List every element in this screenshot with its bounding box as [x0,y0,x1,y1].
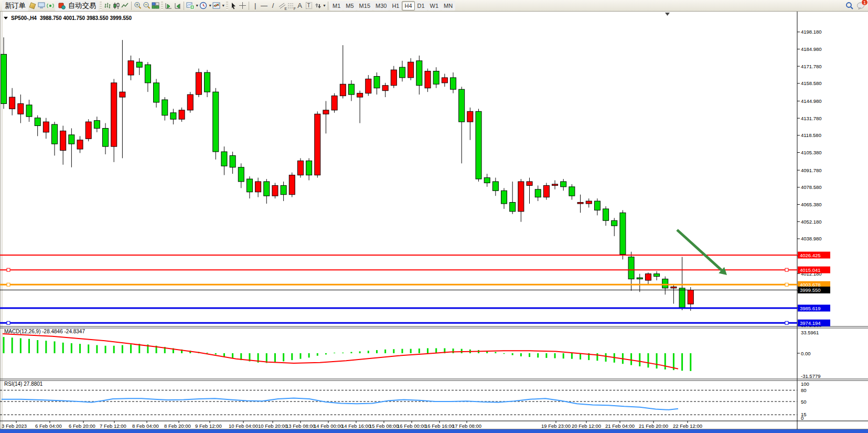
vertical-line-tool-icon[interactable]: | [251,1,260,10]
search-icon[interactable] [845,1,854,10]
zoom-out-icon[interactable] [142,1,151,10]
svg-text:4105.380: 4105.380 [801,150,822,155]
timeframe-button-h4[interactable]: H4 [402,1,414,10]
chart-window[interactable]: 4198.1804184.9804171.7804158.5804144.980… [0,12,868,433]
svg-text:15 Feb 08:00: 15 Feb 08:00 [369,423,399,429]
chart-canvas[interactable]: 4198.1804184.9804171.7804158.5804144.980… [0,12,868,433]
rsi-indicator-label: RSI(14) 27.8801 [4,381,42,387]
templates-icon[interactable] [212,1,221,10]
fibonacci-tool-icon[interactable]: F [286,1,295,10]
svg-text:33.5961: 33.5961 [801,330,819,335]
svg-text:4052.180: 4052.180 [801,219,822,225]
svg-text:4026.425: 4026.425 [800,252,821,258]
svg-text:6 Feb 20:00: 6 Feb 20:00 [69,423,95,429]
timeframe-button-m5[interactable]: M5 [343,1,356,10]
svg-text:0.00: 0.00 [801,351,811,356]
svg-text:22 Feb 12:00: 22 Feb 12:00 [673,423,702,429]
label-tool-icon[interactable]: T [304,1,313,10]
price-badge-3999.550: 3999.550 [798,287,830,293]
timeframe-button-mn[interactable]: MN [441,1,455,10]
timeframe-button-d1[interactable]: D1 [415,1,427,10]
auto-trading-icon [58,1,67,10]
tile-windows-icon[interactable] [151,1,160,10]
svg-text:6 Feb 04:00: 6 Feb 04:00 [35,423,62,429]
price-badge-3974.194: 3974.194 [798,320,830,326]
chart-shift-icon[interactable] [164,1,173,10]
candlestick-chart-type-icon[interactable] [112,1,121,10]
svg-text:16 Feb 00:00: 16 Feb 00:00 [397,423,426,429]
bar-chart-type-icon[interactable] [103,1,112,10]
svg-text:4198.180: 4198.180 [801,29,822,35]
macd-indicator-label: MACD(12,26,9) -28.4846 -24.8347 [4,329,85,334]
price-badge-3985.619: 3985.619 [798,305,830,312]
new-order-button[interactable]: 新订单 [2,1,28,11]
svg-text:20 Feb 12:00: 20 Feb 12:00 [572,423,601,429]
mt4-terminal-window: 新订单 自动交易 [0,0,868,433]
svg-text:19 Feb 23:00: 19 Feb 23:00 [541,423,571,429]
arrows-tool-icon[interactable] [313,1,322,10]
periods-clock-icon[interactable] [199,1,208,10]
timeframe-button-h1[interactable]: H1 [389,1,402,10]
collapse-chart-icon[interactable] [4,17,8,19]
svg-text:50: 50 [801,399,807,405]
trendline-tool-icon[interactable]: / [269,1,277,10]
svg-text:4118.580: 4118.580 [801,132,821,138]
svg-text:14 Feb 00:00: 14 Feb 00:00 [314,423,343,429]
svg-text:4038.980: 4038.980 [801,236,822,241]
cursor-icon[interactable] [229,1,238,10]
new-chart-dropdown-icon[interactable]: ▼ [195,4,199,7]
crosshair-icon[interactable] [238,1,247,10]
chart-symbol-period: SP500-,H4 [11,15,37,21]
svg-text:4091.780: 4091.780 [801,167,822,173]
auto-scroll-icon[interactable] [173,1,182,10]
gold-seal-icon[interactable] [28,1,37,10]
svg-text:-31.5779: -31.5779 [801,373,821,379]
svg-text:21 Feb 04:00: 21 Feb 04:00 [605,423,635,429]
svg-text:10 Feb 20:00: 10 Feb 20:00 [258,423,287,429]
svg-text:4065.380: 4065.380 [801,202,822,207]
svg-text:13 Feb 08:00: 13 Feb 08:00 [286,423,315,429]
auto-trading-button[interactable]: 自动交易 [55,1,99,11]
main-toolbar: 新订单 自动交易 [0,0,868,12]
terminal-icon[interactable] [37,1,46,10]
svg-text:16 Feb 16:00: 16 Feb 16:00 [425,423,454,429]
svg-text:21 Feb 20:00: 21 Feb 20:00 [639,423,668,429]
text-tool-icon[interactable]: A [295,1,304,10]
chart-header: SP500-,H4 3988.750 4001.750 3983.550 399… [4,15,132,21]
signal-icon[interactable] [46,1,55,10]
svg-text:8 Feb 04:00: 8 Feb 04:00 [132,423,159,429]
arrows-dropdown-icon[interactable]: ▼ [323,4,326,7]
new-chart-icon[interactable] [186,1,195,10]
price-badge-4026.425: 4026.425 [798,252,830,259]
notifications-icon[interactable]: 1 [856,1,865,10]
svg-text:8 Feb 20:00: 8 Feb 20:00 [164,423,191,429]
timeframe-button-m30[interactable]: M30 [373,1,389,10]
svg-text:3974.194: 3974.194 [800,320,821,326]
horizontal-line-tool-icon[interactable]: — [260,1,269,10]
periods-dropdown-icon[interactable]: ▼ [208,4,212,7]
svg-text:4184.980: 4184.980 [801,46,822,52]
price-badge-4015.041: 4015.041 [798,267,830,273]
line-chart-type-icon[interactable] [121,1,130,10]
svg-text:9 Feb 12:00: 9 Feb 12:00 [195,423,222,429]
timeframe-button-m15[interactable]: M15 [357,1,373,10]
channel-tool-icon[interactable]: E [277,1,286,10]
svg-text:3999.550: 3999.550 [800,287,821,293]
notification-count-badge: 1 [861,0,868,6]
timeframe-button-w1[interactable]: W1 [427,1,442,10]
svg-text:80: 80 [801,387,807,393]
svg-text:4078.580: 4078.580 [801,184,822,190]
svg-text:3 Feb 2023: 3 Feb 2023 [2,423,27,429]
chart-ohlc-values: 3988.750 4001.750 3983.550 3999.550 [40,15,132,21]
svg-text:14 Feb 16:00: 14 Feb 16:00 [341,423,371,429]
timeframe-button-m1[interactable]: M1 [330,1,343,10]
svg-text:3985.619: 3985.619 [800,305,821,311]
svg-text:4131.780: 4131.780 [801,115,822,121]
svg-text:7 Feb 12:00: 7 Feb 12:00 [100,423,126,429]
templates-dropdown-icon[interactable]: ▼ [221,4,225,7]
svg-text:4171.780: 4171.780 [801,64,822,69]
svg-text:4144.980: 4144.980 [801,98,822,104]
window-bottom-border [0,429,868,433]
zoom-in-icon[interactable] [133,1,142,10]
svg-text:100: 100 [801,381,809,387]
